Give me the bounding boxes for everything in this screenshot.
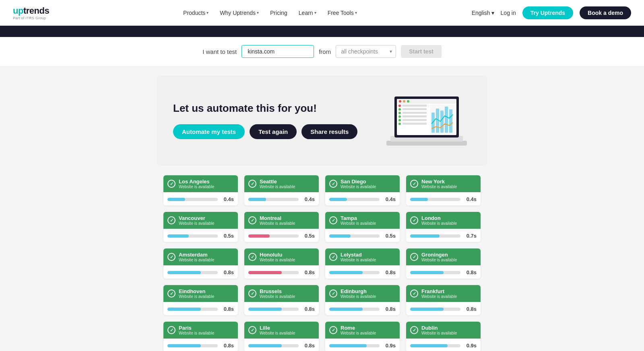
location-card: Montreal Website is available 0.5s xyxy=(244,212,319,242)
logo[interactable]: uptrends Part of ITRS Group xyxy=(13,6,49,20)
svg-rect-15 xyxy=(402,105,427,107)
speed-bar-bg xyxy=(410,308,460,311)
location-card: Frankfurt Website is available 0.8s xyxy=(406,285,481,315)
card-status: Website is available xyxy=(179,258,214,262)
speed-value: 0.4s xyxy=(464,196,477,202)
speed-bar-bg xyxy=(410,198,460,201)
start-test-button[interactable]: Start test xyxy=(401,45,442,58)
card-city: Dublin xyxy=(421,325,457,331)
nav-learn[interactable]: Learn ▾ xyxy=(294,6,321,19)
promo-text: Let us automate this for you! Automate m… xyxy=(173,102,374,139)
chevron-down-icon: ▾ xyxy=(355,10,357,15)
svg-rect-24 xyxy=(440,111,444,133)
speed-bar-fill xyxy=(167,344,201,347)
speed-bar-fill xyxy=(167,271,201,274)
check-icon xyxy=(167,289,175,298)
speed-bar-bg xyxy=(167,271,218,274)
speed-value: 0.5s xyxy=(221,233,234,239)
check-icon xyxy=(167,216,175,224)
chevron-down-icon: ▾ xyxy=(314,10,316,15)
login-link[interactable]: Log in xyxy=(501,10,516,16)
speed-value: 0.4s xyxy=(221,196,234,202)
card-header: Paris Website is available xyxy=(163,322,238,339)
automate-tests-button[interactable]: Automate my tests xyxy=(173,124,245,139)
speed-bar-bg xyxy=(248,344,299,347)
speed-value: 0.8s xyxy=(221,343,234,349)
check-icon xyxy=(248,253,256,261)
speed-bar-fill xyxy=(329,271,363,274)
card-body: 0.4s xyxy=(244,192,319,205)
book-demo-button[interactable]: Book a demo xyxy=(580,6,631,19)
card-header: San Diego Website is available xyxy=(325,175,400,192)
card-header: Los Angeles Website is available xyxy=(163,175,238,192)
card-body: 0.8s xyxy=(325,302,400,315)
card-status: Website is available xyxy=(341,258,376,262)
check-icon xyxy=(167,253,175,261)
card-city: Seattle xyxy=(260,179,295,185)
checkpoint-select-wrapper[interactable]: all checkpoints xyxy=(336,45,396,58)
location-card: Amsterdam Website is available 0.8s xyxy=(163,248,238,279)
nav-products[interactable]: Products ▾ xyxy=(178,6,213,19)
card-city: Los Angeles xyxy=(179,179,214,185)
check-icon xyxy=(248,180,256,188)
share-results-button[interactable]: Share results xyxy=(301,124,357,139)
card-city: London xyxy=(421,215,457,221)
svg-rect-17 xyxy=(402,112,427,114)
speed-bar-fill xyxy=(248,271,282,274)
card-city: Rome xyxy=(341,325,376,331)
nav-links: Products ▾ Why Uptrends ▾ Pricing Learn … xyxy=(68,6,472,19)
svg-rect-25 xyxy=(445,107,448,133)
laptop-illustration xyxy=(382,88,471,153)
speed-value: 0.5s xyxy=(383,233,396,239)
check-icon xyxy=(410,289,418,298)
speed-bar-fill xyxy=(410,198,428,201)
test-again-button[interactable]: Test again xyxy=(250,124,297,139)
nav-free-tools[interactable]: Free Tools ▾ xyxy=(323,6,362,19)
check-icon xyxy=(329,180,337,188)
language-selector[interactable]: English ▾ xyxy=(472,10,494,16)
card-header: Seattle Website is available xyxy=(244,175,319,192)
card-city: Honolulu xyxy=(260,252,295,258)
location-card: Eindhoven Website is available 0.8s xyxy=(163,285,238,315)
card-body: 0.4s xyxy=(406,192,481,205)
location-card: Honolulu Website is available 0.8s xyxy=(244,248,319,279)
nav-why-uptrends[interactable]: Why Uptrends ▾ xyxy=(215,6,264,19)
svg-rect-22 xyxy=(431,113,435,133)
nav-pricing[interactable]: Pricing xyxy=(265,6,292,19)
card-header: Lille Website is available xyxy=(244,322,319,339)
speed-value: 0.7s xyxy=(464,233,477,239)
check-icon xyxy=(167,180,175,188)
test-bar: I want to test from all checkpoints Star… xyxy=(0,37,644,66)
speed-value: 0.8s xyxy=(302,306,315,312)
chevron-down-icon: ▾ xyxy=(206,10,208,15)
card-status: Website is available xyxy=(260,294,295,299)
card-city: Paris xyxy=(179,325,214,331)
svg-point-14 xyxy=(398,123,401,125)
url-input[interactable] xyxy=(242,45,314,58)
speed-bar-bg xyxy=(329,344,380,347)
checkpoint-select[interactable]: all checkpoints xyxy=(336,45,396,58)
card-city: Frankfurt xyxy=(421,288,457,294)
card-city: Edinburgh xyxy=(341,288,376,294)
check-icon xyxy=(410,253,418,261)
promo-title: Let us automate this for you! xyxy=(173,102,374,115)
card-status: Website is available xyxy=(179,185,214,189)
card-body: 0.8s xyxy=(244,302,319,315)
card-body: 0.8s xyxy=(325,265,400,279)
card-header: Montreal Website is available xyxy=(244,212,319,229)
card-city: New York xyxy=(421,179,457,185)
speed-value: 0.8s xyxy=(383,306,396,312)
card-status: Website is available xyxy=(179,221,214,226)
card-body: 0.5s xyxy=(325,229,400,242)
logo-text: uptrends xyxy=(13,6,49,16)
card-body: 0.7s xyxy=(406,229,481,242)
results-grid: Los Angeles Website is available 0.4s Se… xyxy=(163,175,481,351)
speed-value: 0.8s xyxy=(302,343,315,349)
try-uptrends-button[interactable]: Try Uptrends xyxy=(522,6,573,19)
card-body: 0.4s xyxy=(325,192,400,205)
svg-rect-19 xyxy=(402,119,427,121)
card-header: Lelystad Website is available xyxy=(325,248,400,265)
location-card: Dublin Website is available 0.9s xyxy=(406,322,481,351)
location-card: Rome Website is available 0.9s xyxy=(325,322,400,351)
check-icon xyxy=(329,326,337,334)
